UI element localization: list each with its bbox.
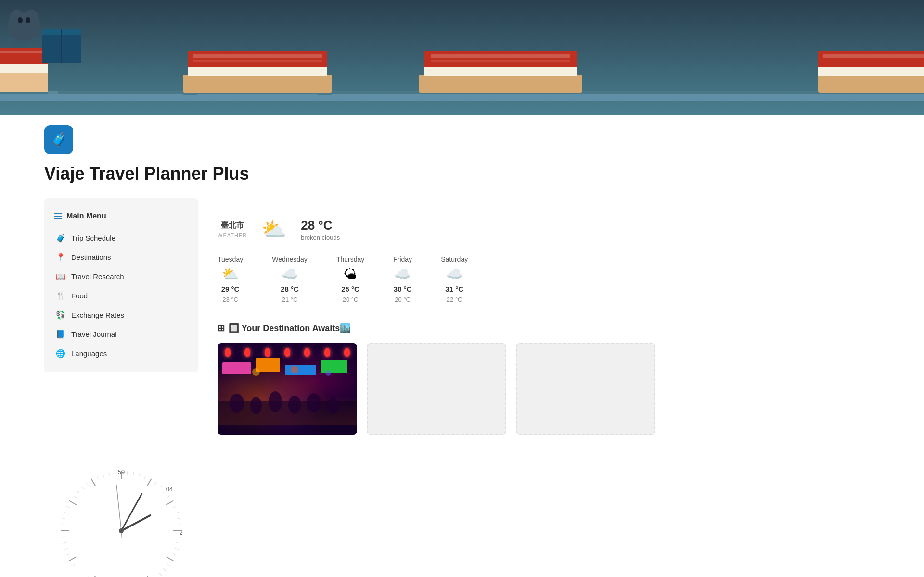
svg-rect-18 bbox=[424, 51, 578, 67]
sidebar: Main Menu 🧳 Trip Schedule 📍 Destinations… bbox=[44, 198, 198, 372]
svg-line-72 bbox=[163, 568, 166, 571]
svg-line-53 bbox=[139, 474, 140, 477]
svg-point-45 bbox=[291, 366, 298, 373]
svg-rect-11 bbox=[188, 51, 327, 67]
svg-point-42 bbox=[307, 393, 321, 412]
svg-text:2: 2 bbox=[179, 529, 182, 536]
destination-card-3[interactable] bbox=[516, 343, 655, 435]
svg-line-107 bbox=[103, 474, 103, 477]
right-panel: 臺北市 WEATHER ⛅ 28 °C broken clouds Tuesda… bbox=[198, 198, 880, 454]
svg-rect-8 bbox=[48, 91, 58, 94]
exchange-rates-icon: 💱 bbox=[56, 310, 65, 320]
sidebar-item-label-exchange-rates: Exchange Rates bbox=[71, 311, 124, 319]
forecast-icon-5: ☁️ bbox=[446, 266, 463, 282]
svg-text:04: 04 bbox=[166, 486, 173, 493]
svg-rect-15 bbox=[318, 93, 332, 95]
destination-card-2[interactable] bbox=[367, 343, 506, 435]
svg-line-55 bbox=[147, 479, 152, 486]
forecast-day-4: Friday bbox=[393, 256, 412, 263]
svg-line-97 bbox=[63, 518, 66, 519]
forecast-low-3: 20 °C bbox=[343, 296, 359, 303]
svg-line-63 bbox=[176, 518, 180, 519]
forecast-icon-4: ☁️ bbox=[394, 266, 411, 282]
sidebar-item-label-travel-research: Travel Research bbox=[71, 272, 124, 281]
sidebar-item-food[interactable]: 🍴 Food bbox=[44, 286, 198, 305]
svg-line-103 bbox=[81, 486, 83, 489]
forecast-day-3: Thursday bbox=[336, 256, 364, 263]
svg-line-98 bbox=[64, 512, 68, 513]
svg-rect-24 bbox=[823, 54, 924, 58]
destination-card-1[interactable] bbox=[218, 343, 357, 435]
svg-line-91 bbox=[66, 554, 70, 555]
svg-rect-16 bbox=[419, 75, 582, 93]
forecast-low-1: 23 °C bbox=[222, 296, 238, 303]
svg-line-66 bbox=[177, 537, 181, 537]
hero-banner bbox=[0, 0, 924, 115]
current-weather-icon: ⛅ bbox=[261, 218, 286, 241]
svg-point-38 bbox=[230, 394, 244, 413]
forecast-high-4: 30 °C bbox=[394, 285, 412, 293]
svg-rect-23 bbox=[818, 51, 924, 67]
sidebar-item-destinations[interactable]: 📍 Destinations bbox=[44, 247, 198, 267]
svg-line-67 bbox=[176, 542, 180, 543]
svg-point-39 bbox=[250, 397, 262, 414]
forecast-day-2: Wednesday bbox=[272, 256, 308, 263]
svg-line-61 bbox=[173, 506, 176, 508]
svg-rect-34 bbox=[256, 358, 280, 372]
weather-city: 臺北市 bbox=[221, 220, 244, 231]
svg-rect-36 bbox=[321, 360, 347, 373]
svg-rect-20 bbox=[431, 60, 570, 62]
weather-label: WEATHER bbox=[218, 232, 247, 238]
svg-line-64 bbox=[177, 525, 181, 525]
svg-rect-19 bbox=[431, 54, 570, 58]
destination-grid bbox=[218, 343, 880, 435]
sidebar-title: Main Menu bbox=[66, 212, 106, 220]
svg-rect-6 bbox=[0, 51, 43, 53]
svg-line-102 bbox=[77, 490, 79, 493]
sidebar-item-travel-research[interactable]: 📖 Travel Research bbox=[44, 267, 198, 286]
svg-rect-14 bbox=[183, 93, 197, 95]
sidebar-item-exchange-rates[interactable]: 💱 Exchange Rates bbox=[44, 305, 198, 324]
svg-line-108 bbox=[109, 472, 110, 476]
svg-line-52 bbox=[133, 472, 134, 476]
sidebar-item-trip-schedule[interactable]: 🧳 Trip Schedule bbox=[44, 228, 198, 247]
svg-point-43 bbox=[327, 397, 339, 414]
forecast-high-5: 31 °C bbox=[445, 285, 463, 293]
destination-header: ⊞ 🔲 Your Destination Awaits🏙️ bbox=[218, 323, 880, 333]
forecast-icon-1: ⛅ bbox=[222, 266, 239, 282]
forecast-tuesday: Tuesday ⛅ 29 °C 23 °C bbox=[218, 256, 243, 303]
svg-line-101 bbox=[73, 496, 76, 498]
forecast-wednesday: Wednesday ☁️ 28 °C 21 °C bbox=[272, 256, 308, 303]
destinations-icon: 📍 bbox=[56, 252, 65, 262]
svg-line-71 bbox=[167, 564, 170, 566]
sidebar-header: Main Menu bbox=[44, 208, 198, 228]
sidebar-item-travel-journal[interactable]: 📘 Travel Journal bbox=[44, 324, 198, 344]
svg-line-88 bbox=[77, 568, 79, 571]
svg-point-40 bbox=[269, 391, 282, 412]
svg-point-46 bbox=[325, 370, 331, 376]
clock-face: // This won't run in SVG, we'll do it in… bbox=[54, 463, 189, 577]
food-icon: 🍴 bbox=[56, 291, 65, 300]
svg-line-51 bbox=[127, 471, 128, 475]
svg-line-92 bbox=[64, 548, 68, 549]
weather-forecast: Tuesday ⛅ 29 °C 23 °C Wednesday ☁️ 28 °C… bbox=[218, 256, 880, 303]
app-title: Viaje Travel Planner Plus bbox=[0, 154, 924, 198]
svg-line-89 bbox=[73, 564, 76, 566]
svg-point-41 bbox=[288, 396, 301, 414]
destination-section: ⊞ 🔲 Your Destination Awaits🏙️ bbox=[218, 318, 880, 439]
travel-research-icon: 📖 bbox=[56, 271, 65, 281]
svg-line-104 bbox=[86, 482, 89, 485]
clock-section: // This won't run in SVG, we'll do it in… bbox=[44, 463, 198, 577]
svg-line-70 bbox=[167, 557, 174, 561]
sidebar-item-languages[interactable]: 🌐 Languages bbox=[44, 344, 198, 363]
forecast-day-1: Tuesday bbox=[218, 256, 243, 263]
svg-line-94 bbox=[62, 537, 65, 537]
forecast-icon-3: 🌤 bbox=[344, 266, 357, 282]
svg-rect-17 bbox=[424, 66, 578, 76]
svg-line-68 bbox=[175, 548, 179, 549]
svg-line-106 bbox=[97, 476, 98, 479]
forecast-day-5: Saturday bbox=[441, 256, 468, 263]
svg-line-93 bbox=[63, 542, 66, 543]
svg-rect-21 bbox=[818, 75, 924, 93]
svg-rect-3 bbox=[0, 72, 48, 92]
